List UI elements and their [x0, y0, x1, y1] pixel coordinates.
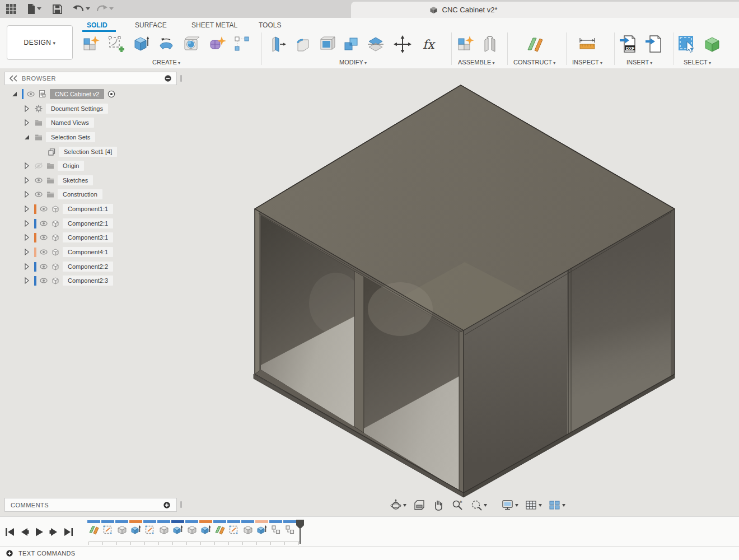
redo-caret[interactable]	[109, 7, 114, 10]
workspace-selector[interactable]: DESIGN	[7, 25, 73, 60]
activate-component-radio-icon[interactable]	[107, 90, 116, 99]
timeline-item-box[interactable]	[157, 520, 171, 535]
collapsed-arrow-icon[interactable]	[22, 104, 31, 113]
expanded-arrow-icon[interactable]	[22, 133, 31, 142]
create-group-label[interactable]: CREATE	[152, 59, 180, 66]
browser-item-label[interactable]: Selection Set1 [4]	[59, 147, 117, 157]
collapsed-arrow-icon[interactable]	[22, 118, 31, 127]
timeline-item-box[interactable]	[185, 520, 199, 535]
timeline-item-plane[interactable]	[213, 520, 227, 535]
assemble-group-label[interactable]: ASSEMBLE	[458, 59, 495, 66]
browser-item-label[interactable]: Component2:1	[63, 218, 113, 228]
pan-icon[interactable]	[431, 497, 446, 513]
save-icon[interactable]	[50, 3, 64, 15]
inspect-group-label[interactable]: INSPECT	[572, 59, 602, 66]
browser-item-label[interactable]: Component2:3	[63, 276, 113, 286]
create-sketch-icon[interactable]	[105, 34, 127, 55]
browser-row-component1-1[interactable]: Component1:1	[22, 203, 113, 215]
browser-item-label[interactable]: Component4:1	[63, 247, 113, 257]
collapsed-arrow-icon[interactable]	[22, 233, 31, 242]
select-icon[interactable]	[676, 34, 698, 55]
insert-group-label[interactable]: INSERT	[626, 59, 652, 66]
timeline-play-icon[interactable]	[32, 526, 46, 538]
visibility-eye-icon[interactable]	[26, 90, 35, 99]
collapsed-arrow-icon[interactable]	[22, 176, 31, 185]
insert-dxf-icon[interactable]: DXF	[618, 34, 639, 55]
tab-sheet-metal[interactable]: SHEET METAL	[191, 21, 237, 31]
browser-item-label[interactable]: Construction	[58, 189, 102, 199]
browser-item-label[interactable]: Document Settings	[46, 104, 108, 114]
timeline-item-sketch[interactable]	[227, 520, 241, 535]
browser-item-label[interactable]: Component1:1	[63, 204, 113, 214]
orbit-icon[interactable]	[388, 497, 408, 513]
shell-icon[interactable]	[316, 34, 338, 55]
construction-plane-icon[interactable]	[525, 34, 546, 55]
cabinet-3d-model[interactable]	[0, 68, 739, 516]
modify-group-label[interactable]: MODIFY	[339, 59, 367, 66]
browser-row-component4-1[interactable]: Component4:1	[22, 246, 113, 258]
grid-settings-icon[interactable]	[523, 497, 544, 513]
visibility-eye-icon[interactable]	[39, 219, 48, 228]
browser-item-label[interactable]: Component3:1	[63, 232, 113, 242]
collapse-all-icon[interactable]	[164, 74, 172, 82]
browser-item-label[interactable]: Origin	[58, 161, 84, 171]
look-at-icon[interactable]	[411, 497, 427, 513]
extrude-icon[interactable]	[130, 34, 152, 55]
visibility-eye-icon[interactable]	[39, 276, 48, 285]
window-zoom-icon[interactable]	[469, 497, 489, 513]
visibility-eye-icon[interactable]	[34, 190, 43, 199]
construct-group-label[interactable]: CONSTRUCT	[513, 59, 555, 66]
measure-icon[interactable]	[577, 34, 598, 55]
collapsed-arrow-icon[interactable]	[22, 161, 31, 170]
timeline-item-sketch[interactable]	[143, 520, 157, 535]
visibility-eye-icon[interactable]	[39, 204, 48, 213]
timeline-item-extrude[interactable]	[129, 520, 143, 535]
timeline-item-extrude[interactable]	[255, 520, 269, 535]
redo-icon[interactable]	[95, 3, 109, 15]
expanded-arrow-icon[interactable]	[10, 90, 19, 99]
browser-item-label[interactable]: Selection Sets	[46, 132, 95, 142]
timeline-step-forward-icon[interactable]	[47, 526, 60, 538]
insert-derive-icon[interactable]	[644, 34, 665, 55]
collapsed-arrow-icon[interactable]	[22, 219, 31, 228]
timeline-item-component[interactable]	[283, 520, 297, 535]
tab-surface[interactable]: SURFACE	[135, 21, 167, 31]
browser-row-document-settings[interactable]: Document Settings	[22, 102, 108, 115]
move-copy-icon[interactable]	[392, 34, 413, 55]
change-parameters-icon[interactable]: fx	[419, 34, 440, 55]
text-commands-toggle-icon[interactable]	[6, 549, 13, 557]
timeline-go-to-start-icon[interactable]	[3, 526, 17, 538]
new-component-icon[interactable]	[80, 34, 101, 55]
select-group-label[interactable]: SELECT	[684, 59, 711, 66]
file-menu-icon[interactable]	[25, 3, 38, 15]
undo-icon[interactable]	[72, 3, 85, 15]
timeline-item-component[interactable]	[269, 520, 283, 535]
timeline-step-back-icon[interactable]	[18, 526, 31, 538]
press-pull-icon[interactable]	[267, 34, 288, 55]
timeline-item-sketch[interactable]	[101, 520, 115, 535]
visibility-eye-icon[interactable]	[39, 248, 48, 256]
browser-row-component2-2[interactable]: Component2:2	[22, 260, 113, 273]
fillet-icon[interactable]	[292, 34, 314, 55]
tab-tools[interactable]: TOOLS	[259, 21, 281, 31]
visibility-eye-icon[interactable]	[39, 233, 48, 242]
collapse-panel-icon[interactable]	[10, 75, 17, 82]
browser-row-sketches[interactable]: Sketches	[22, 174, 93, 186]
comments-panel-gripper[interactable]	[180, 501, 182, 508]
browser-item-label[interactable]: Component2:2	[63, 262, 113, 272]
split-body-icon[interactable]	[365, 34, 386, 55]
collapsed-arrow-icon[interactable]	[22, 204, 31, 213]
collapsed-arrow-icon[interactable]	[22, 190, 31, 199]
browser-item-label[interactable]: Sketches	[58, 175, 93, 185]
add-comment-icon[interactable]	[163, 501, 171, 509]
joint-icon[interactable]	[479, 34, 501, 55]
display-settings-icon[interactable]	[500, 497, 520, 513]
timeline-item-extrude[interactable]	[171, 520, 185, 535]
browser-row-component3-1[interactable]: Component3:1	[22, 231, 113, 244]
browser-row-root[interactable]: CNC Cabinet v2	[10, 88, 116, 100]
create-form-icon[interactable]	[206, 34, 227, 55]
browser-row-named-views[interactable]: Named Views	[22, 116, 94, 129]
collapsed-arrow-icon[interactable]	[22, 276, 31, 285]
model-viewport[interactable]: BROWSER CNC Cabinet v2 Document Settings…	[0, 68, 739, 516]
browser-row-selection-set1[interactable]: Selection Set1 [4]	[47, 146, 117, 158]
